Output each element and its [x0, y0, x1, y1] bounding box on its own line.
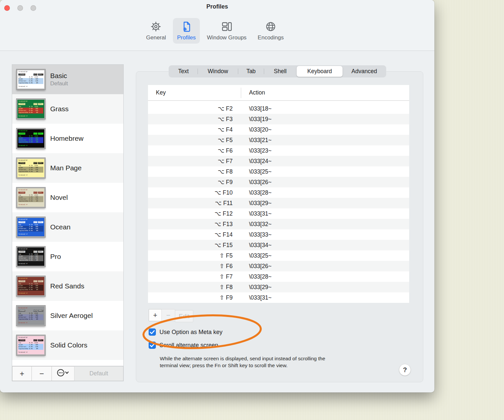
profiles-sidebar: Terminal1#COMMAND%CPURPRVTtop 4.1% 231KX…	[12, 64, 124, 381]
edit-key-binding-button[interactable]: Edit	[175, 310, 193, 322]
key-cell: ⇧ F7	[148, 273, 233, 280]
key-cell: ⌥ F7	[148, 158, 233, 165]
thumbnail-column-chip: RPRVT	[38, 103, 43, 105]
tab-window[interactable]: Window	[198, 66, 238, 77]
profile-row-novel[interactable]: Terminal1#COMMAND%CPURPRVTtop 4.1% 231KX…	[12, 183, 123, 212]
profile-row-grass[interactable]: Terminal1#COMMAND%CPURPRVTtop 4.1% 231KX…	[12, 94, 123, 124]
key-binding-row[interactable]: ⌥ F12\033[31~	[148, 208, 409, 219]
tab-keyboard[interactable]: Keyboard	[297, 66, 343, 77]
thumbnail-column-chip: RPRVT	[38, 221, 43, 223]
key-binding-row[interactable]: ⌥ F9\033[26~	[148, 177, 409, 187]
sidebar-bottom-bar: + − Default	[12, 366, 123, 381]
profile-row-ocean[interactable]: Terminal1#COMMAND%CPURPRVTtop 4.1% 231KX…	[12, 212, 123, 242]
key-bindings-table: Key Action ⌥ F2\033[18~⌥ F3\033[19~⌥ F4\…	[148, 85, 409, 303]
profile-thumbnail: Terminal1#COMMAND%CPURPRVTtop 4.1% 231KX…	[16, 128, 45, 149]
key-binding-row[interactable]: ⌥ F6\033[23~	[148, 145, 409, 156]
key-cell: ⇧ F8	[148, 284, 233, 291]
tab-text[interactable]: Text	[169, 66, 198, 77]
thumbnail-title-text: Terminal1#	[18, 189, 43, 191]
desktop: { "window": { "title": "Profiles" }, "tr…	[0, 0, 504, 420]
action-cell: \033[26~	[233, 179, 409, 186]
key-cell: ⌥ F11	[148, 200, 233, 207]
profile-row-red-sands[interactable]: Terminal1#COMMAND%CPURPRVTtop 4.1% 231KX…	[12, 271, 123, 301]
add-key-binding-button[interactable]: +	[149, 309, 162, 321]
thumbnail-title-text: Terminal1#	[18, 71, 43, 73]
checkbox[interactable]	[149, 342, 156, 349]
key-binding-row[interactable]: ⌥ F2\033[18~	[148, 103, 409, 114]
toolbar-item-profiles[interactable]: Profiles	[173, 18, 200, 44]
thumbnail-column-chip: RPRVT	[38, 310, 43, 312]
thumbnail-process-row: loginwindow 0.0% 4M	[18, 141, 43, 143]
thumbnail-column-chip: %CPU	[33, 339, 38, 341]
tab-tab[interactable]: Tab	[238, 66, 264, 77]
key-cell: ⌥ F2	[148, 105, 233, 112]
profile-name: Grass	[50, 105, 69, 113]
key-binding-row[interactable]: ⇧ F7\033[28~	[148, 271, 409, 282]
thumbnail-column-chip: %CPU	[33, 74, 38, 75]
key-binding-row[interactable]: ⌥ F10\033[28~	[148, 187, 409, 198]
thumbnail-process-row: loginwindow 0.0% 4M	[18, 171, 43, 173]
toolbar-item-window-groups[interactable]: Window Groups	[202, 18, 251, 44]
thumbnail-title-text: Terminal1#	[18, 159, 43, 161]
key-binding-row[interactable]: ⌥ F3\033[19~	[148, 114, 409, 124]
profile-row-solid-colors[interactable]: Terminal1#COMMAND%CPURPRVTtop 4.1% 231KX…	[12, 330, 123, 360]
profile-thumbnail: Terminal1#COMMAND%CPURPRVTtop 4.1% 231KX…	[16, 69, 45, 90]
default-profile-button[interactable]: Default	[74, 366, 123, 381]
thumbnail-column-chip: COMMAND	[18, 162, 25, 164]
key-cell: ⌥ F3	[148, 116, 233, 123]
profile-labels: Pro	[50, 253, 61, 261]
thumbnail-column-chip: %CPU	[33, 280, 38, 282]
key-binding-row[interactable]: ⇧ F5\033[25~	[148, 250, 409, 261]
tab-advanced[interactable]: Advanced	[343, 66, 386, 77]
profile-row-man-page[interactable]: Terminal1#COMMAND%CPURPRVTtop 4.1% 231KX…	[12, 153, 123, 183]
profile-labels: Man Page	[50, 164, 82, 172]
profile-row-homebrew[interactable]: Terminal1#COMMAND%CPURPRVTtop 4.1% 231KX…	[12, 124, 123, 153]
key-binding-row[interactable]: ⇧ F8\033[29~	[148, 282, 409, 292]
key-binding-row[interactable]: ⌥ F8\033[25~	[148, 166, 409, 177]
key-cell: ⌥ F4	[148, 126, 233, 133]
key-binding-row[interactable]: ⌥ F5\033[21~	[148, 135, 409, 145]
key-binding-row[interactable]: ⇧ F6\033[26~	[148, 261, 409, 271]
key-binding-row[interactable]: ⌥ F11\033[29~	[148, 198, 409, 208]
toolbar-item-encodings[interactable]: Encodings	[253, 18, 288, 44]
globe-icon	[265, 21, 276, 32]
profile-labels: Red Sands	[50, 282, 84, 290]
key-binding-row[interactable]: ⌥ F14\033[33~	[148, 229, 409, 240]
toolbar-item-general[interactable]: General	[142, 18, 170, 44]
profile-actions-menu-button[interactable]	[52, 366, 74, 381]
key-cell: ⌥ F6	[148, 147, 233, 154]
profile-labels: Homebrew	[50, 135, 84, 142]
help-button[interactable]: ?	[399, 364, 411, 376]
thumbnail-column-chip: %CPU	[33, 192, 38, 194]
add-profile-button[interactable]: +	[12, 366, 32, 381]
thumbnail-title-text: Terminal1#	[18, 278, 43, 280]
profile-row-pro[interactable]: Terminal1#COMMAND%CPURPRVTtop 4.1% 231KX…	[12, 242, 123, 271]
profile-row-silver-aerogel[interactable]: Terminal1#COMMAND%CPURPRVTtop 4.1% 231KX…	[12, 301, 123, 330]
key-binding-row[interactable]: ⌥ F7\033[24~	[148, 156, 409, 166]
column-divider	[241, 88, 241, 98]
alternate-screen-help-text: While the alternate screen is displayed,…	[160, 355, 325, 369]
key-binding-row[interactable]: ⌥ F4\033[20~	[148, 124, 409, 135]
checkbox[interactable]	[149, 328, 156, 336]
key-binding-row[interactable]: ⇧ F9\033[31~	[148, 292, 409, 303]
action-cell: \033[29~	[233, 200, 409, 207]
profile-labels: Silver Aerogel	[50, 312, 93, 320]
profile-thumbnail: Terminal1#COMMAND%CPURPRVTtop 4.1% 231KX…	[16, 276, 45, 296]
thumbnail-header-row: COMMAND%CPURPRVT	[18, 339, 43, 341]
key-binding-row[interactable]: ⌥ F13\033[32~	[148, 219, 409, 229]
key-binding-row[interactable]: ⌥ F15\033[34~	[148, 240, 409, 250]
remove-key-binding-button[interactable]: −	[161, 309, 175, 321]
action-cell: \033[19~	[233, 116, 409, 123]
thumbnail-column-chip: COMMAND	[18, 339, 25, 341]
thumbnail-process-row: loginwindow 0.0% 4M	[18, 200, 43, 202]
profile-name: Man Page	[50, 164, 82, 172]
profile-row-basic[interactable]: Terminal1#COMMAND%CPURPRVTtop 4.1% 231KX…	[12, 65, 123, 94]
ellipsis-circle-icon	[57, 369, 69, 379]
thumbnail-header-row: COMMAND%CPURPRVT	[18, 192, 43, 194]
tab-shell[interactable]: Shell	[264, 66, 296, 77]
profile-labels: Solid Colors	[50, 341, 87, 349]
action-cell: \033[25~	[233, 168, 409, 175]
thumbnail-prompt-text: Terminal #	[18, 86, 43, 88]
action-cell: \033[31~	[233, 294, 409, 301]
remove-profile-button[interactable]: −	[32, 366, 52, 381]
